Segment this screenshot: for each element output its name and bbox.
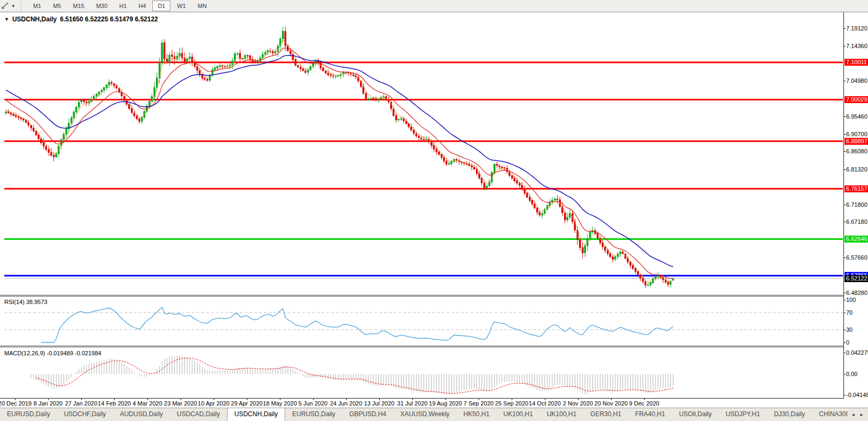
price-level-badge: 7.00029 [844, 96, 868, 103]
price-axis-label: 7.19120 [846, 25, 867, 32]
price-level-badge: 7.10011 [844, 59, 868, 66]
chart-ohlc-quote: 6.51650 6.52225 6.51479 6.52122 [60, 15, 158, 23]
price-axis-label: 6.57660 [846, 254, 867, 261]
toolbar-grip [21, 2, 23, 10]
price-axis-tick [843, 134, 846, 135]
rsi-indicator-canvas[interactable] [0, 297, 844, 346]
symbol-tab-xauusd-weekly[interactable]: XAUUSD,Weekly [393, 408, 456, 421]
time-axis-label: 20 Nov 2020 [595, 400, 628, 407]
price-axis-label: 6.48280 [846, 290, 867, 297]
time-axis-label: 29 Apr 2020 [231, 400, 262, 407]
macd-axis-label: 0.042275 [846, 349, 868, 356]
price-axis-label: 6.71800 [846, 201, 867, 208]
rsi-axis-tick [843, 300, 846, 300]
price-axis-tick [843, 222, 846, 222]
timeframe-button-w1[interactable]: W1 [171, 1, 191, 11]
price-axis-label: 6.90700 [846, 131, 867, 138]
timeframe-button-m5[interactable]: M5 [48, 1, 66, 11]
symbol-tab-usdjpy-h1[interactable]: USDJPY,H1 [718, 408, 767, 421]
chart-collapse-icon[interactable]: ▼ [4, 17, 9, 22]
price-axis-label: 6.67180 [846, 219, 867, 225]
price-level-badge: 6.62646 [844, 236, 868, 243]
rsi-axis-tick [843, 342, 846, 343]
time-axis-label: 19 Aug 2020 [429, 400, 462, 407]
symbol-tab-uk100-h1[interactable]: UK100,H1 [496, 408, 539, 421]
macd-axis-tick [843, 395, 846, 395]
timeframe-button-m1[interactable]: M1 [28, 1, 46, 11]
time-axis-label: 31 Jul 2020 [397, 400, 428, 407]
price-axis-label: 6.95460 [846, 113, 867, 120]
tab-scroll-right-icon[interactable]: ► [859, 412, 864, 417]
rsi-axis-label: 0 [846, 339, 849, 346]
time-axis-label: 24 Jun 2020 [330, 400, 363, 407]
tab-scroll-buttons: ◄ ► [848, 408, 868, 421]
time-axis-label: 25 Sep 2020 [495, 400, 528, 407]
main-chart-canvas[interactable] [0, 12, 844, 295]
time-axis-label: 13 Jul 2020 [364, 400, 395, 407]
time-axis-label: 14 Feb 2020 [98, 400, 131, 407]
symbol-tab-bar: EURUSD,DailyUSDCHF,DailyAUDUSD,DailyUSDC… [0, 408, 868, 421]
time-axis-label: 20 Dec 2019 [0, 400, 32, 407]
rsi-indicator-label: RSI(14) 38.9573 [4, 299, 48, 305]
price-level-badge: 6.76157 [844, 185, 868, 192]
time-axis-label: 7 Sep 2020 [464, 400, 494, 407]
time-axis-label: 2 Nov 2020 [563, 400, 593, 407]
time-axis[interactable]: 20 Dec 20198 Jan 202027 Jan 202014 Feb 2… [0, 399, 868, 408]
time-axis-label: 4 Mar 2020 [132, 400, 162, 407]
time-axis-label: 8 Jan 2020 [34, 400, 62, 407]
chart-title: ▼ USDCNH,Daily 6.51650 6.52225 6.51479 6… [4, 15, 158, 23]
rsi-axis-tick [843, 330, 846, 330]
rsi-axis-label: 30 [846, 326, 853, 333]
timeframe-button-h4[interactable]: H4 [133, 1, 151, 11]
bid-price-badge: 6.52122 [844, 275, 868, 282]
rsi-axis-label: 70 [846, 309, 853, 316]
timeframe-button-mn[interactable]: MN [192, 1, 212, 11]
symbol-tab-audusd-daily[interactable]: AUDUSD,Daily [113, 408, 170, 421]
cursor-tool-dropdown-icon[interactable]: ▼ [11, 4, 15, 9]
price-axis-tick [843, 116, 846, 117]
symbol-tab-usoil-daily[interactable]: USOil,Daily [672, 408, 718, 421]
timeframe-button-d1[interactable]: D1 [152, 1, 170, 11]
symbol-tab-usdchf-daily[interactable]: USDCHF,Daily [57, 408, 113, 421]
price-axis-tick [843, 151, 846, 152]
macd-indicator-canvas[interactable] [0, 347, 844, 398]
time-axis-label: 14 Oct 2020 [529, 400, 561, 407]
time-axis-label: 9 Dec 2020 [629, 400, 659, 407]
price-axis-label: 6.81320 [846, 166, 867, 173]
symbol-tab-eurusd-daily[interactable]: EURUSD,Daily [0, 408, 57, 421]
rsi-axis-tick [843, 313, 846, 313]
timeframe-button-m30[interactable]: M30 [91, 1, 113, 11]
time-axis-label: 5 Jun 2020 [299, 400, 327, 407]
symbol-tab-eurusd-daily[interactable]: EURUSD,Daily [285, 408, 342, 421]
time-axis-label: 10 Apr 2020 [198, 400, 229, 407]
price-axis-tick [843, 205, 846, 205]
timeframe-toolbar: ▼ M1M5M15M30H1H4D1W1MN [0, 0, 868, 12]
macd-axis-label: 0.00 [846, 371, 857, 378]
symbol-tab-usdcnh-daily[interactable]: USDCNH,Daily [227, 408, 285, 421]
timeframe-button-m15[interactable]: M15 [67, 1, 89, 11]
chart-cursor-icon [1, 2, 10, 10]
price-axis-label: 6.86080 [846, 148, 867, 155]
symbol-tab-uk100-h1[interactable]: UK100,H1 [540, 408, 583, 421]
time-axis-label: 18 May 2020 [263, 400, 297, 407]
macd-axis-label: -0.04148 [846, 392, 868, 399]
time-axis-label: 23 Mar 2020 [164, 400, 197, 407]
rsi-axis-label: 100 [846, 297, 856, 303]
price-axis-tick [843, 28, 846, 29]
symbol-tab-fra40-h1[interactable]: FRA40,H1 [628, 408, 672, 421]
symbol-tab-ger30-h1[interactable]: GER30,H1 [583, 408, 628, 421]
symbol-tab-hk50-h1[interactable]: HK50,H1 [457, 408, 497, 421]
macd-axis-tick [843, 374, 846, 375]
symbol-tab-usdcad-daily[interactable]: USDCAD,Daily [170, 408, 227, 421]
symbol-tab-dj30-daily[interactable]: DJ30,Daily [767, 408, 812, 421]
timeframe-button-h1[interactable]: H1 [114, 1, 132, 11]
price-axis-label: 7.04980 [846, 77, 867, 84]
chart-symbol-period: USDCNH,Daily [12, 15, 57, 23]
macd-indicator-label: MACD(12,26,9) -0.019489 -0.021984 [4, 350, 101, 356]
tab-scroll-left-icon[interactable]: ◄ [851, 412, 855, 417]
time-axis-label: 27 Jan 2020 [65, 400, 98, 407]
price-axis-tick [843, 293, 846, 293]
cursor-tool-button[interactable]: ▼ [0, 2, 18, 10]
symbol-tab-gbpusd-h4[interactable]: GBPUSD,H4 [342, 408, 393, 421]
price-axis-tick [843, 81, 846, 81]
